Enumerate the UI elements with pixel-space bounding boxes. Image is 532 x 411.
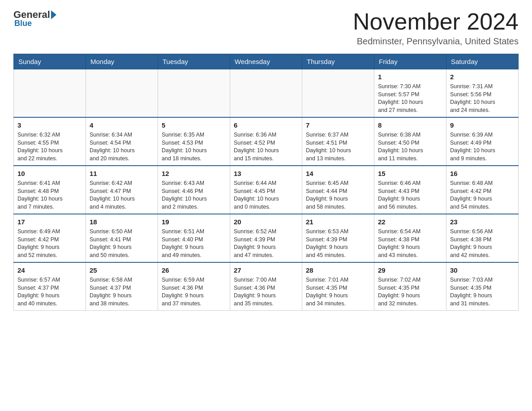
day-number: 26 <box>162 265 226 275</box>
day-number: 15 <box>378 169 442 178</box>
day-info: Sunrise: 6:43 AM Sunset: 4:46 PM Dayligh… <box>162 180 226 211</box>
calendar-cell: 13Sunrise: 6:44 AM Sunset: 4:45 PM Dayli… <box>230 166 302 214</box>
day-number: 2 <box>450 72 515 81</box>
day-info: Sunrise: 6:42 AM Sunset: 4:47 PM Dayligh… <box>90 180 154 211</box>
day-info: Sunrise: 7:01 AM Sunset: 4:35 PM Dayligh… <box>306 276 370 308</box>
logo: General Blue <box>13 9 57 28</box>
weekday-header-sunday: Sunday <box>14 54 86 69</box>
calendar-table: SundayMondayTuesdayWednesdayThursdayFrid… <box>13 54 519 311</box>
day-number: 16 <box>450 169 515 178</box>
calendar-cell: 10Sunrise: 6:41 AM Sunset: 4:48 PM Dayli… <box>14 166 86 214</box>
day-info: Sunrise: 6:51 AM Sunset: 4:40 PM Dayligh… <box>162 228 226 259</box>
calendar-cell: 22Sunrise: 6:54 AM Sunset: 4:38 PM Dayli… <box>374 214 446 262</box>
calendar-week-3: 10Sunrise: 6:41 AM Sunset: 4:48 PM Dayli… <box>14 166 519 214</box>
day-number: 5 <box>162 120 226 130</box>
calendar-cell: 27Sunrise: 7:00 AM Sunset: 4:36 PM Dayli… <box>230 262 302 311</box>
day-info: Sunrise: 6:38 AM Sunset: 4:50 PM Dayligh… <box>378 131 442 163</box>
calendar-cell: 19Sunrise: 6:51 AM Sunset: 4:40 PM Dayli… <box>158 214 230 262</box>
day-info: Sunrise: 7:30 AM Sunset: 5:57 PM Dayligh… <box>378 83 442 114</box>
day-info: Sunrise: 6:52 AM Sunset: 4:39 PM Dayligh… <box>234 228 298 259</box>
day-info: Sunrise: 6:59 AM Sunset: 4:36 PM Dayligh… <box>162 276 226 308</box>
weekday-header-tuesday: Tuesday <box>158 54 230 69</box>
calendar-month-year: November 2024 <box>353 9 519 34</box>
calendar-week-1: 1Sunrise: 7:30 AM Sunset: 5:57 PM Daylig… <box>14 69 519 118</box>
calendar-header-row: SundayMondayTuesdayWednesdayThursdayFrid… <box>14 54 519 69</box>
calendar-week-5: 24Sunrise: 6:57 AM Sunset: 4:37 PM Dayli… <box>14 262 519 311</box>
calendar-cell: 2Sunrise: 7:31 AM Sunset: 5:56 PM Daylig… <box>446 69 519 118</box>
page-header: General Blue November 2024 Bedminster, P… <box>13 9 519 47</box>
day-info: Sunrise: 6:37 AM Sunset: 4:51 PM Dayligh… <box>306 131 370 163</box>
day-info: Sunrise: 7:31 AM Sunset: 5:56 PM Dayligh… <box>450 83 515 114</box>
day-number: 11 <box>90 169 154 178</box>
day-number: 22 <box>378 217 442 227</box>
calendar-week-2: 3Sunrise: 6:32 AM Sunset: 4:55 PM Daylig… <box>14 117 519 166</box>
day-number: 8 <box>378 120 442 130</box>
calendar-cell: 28Sunrise: 7:01 AM Sunset: 4:35 PM Dayli… <box>302 262 374 311</box>
calendar-cell: 8Sunrise: 6:38 AM Sunset: 4:50 PM Daylig… <box>374 117 446 166</box>
day-info: Sunrise: 6:54 AM Sunset: 4:38 PM Dayligh… <box>378 228 442 259</box>
calendar-cell <box>302 69 374 118</box>
day-number: 29 <box>378 265 442 275</box>
calendar-cell: 23Sunrise: 6:56 AM Sunset: 4:38 PM Dayli… <box>446 214 519 262</box>
day-info: Sunrise: 6:44 AM Sunset: 4:45 PM Dayligh… <box>234 180 298 211</box>
day-number: 7 <box>306 120 370 130</box>
calendar-cell: 11Sunrise: 6:42 AM Sunset: 4:47 PM Dayli… <box>86 166 158 214</box>
weekday-header-saturday: Saturday <box>446 54 519 69</box>
calendar-cell: 7Sunrise: 6:37 AM Sunset: 4:51 PM Daylig… <box>302 117 374 166</box>
day-number: 20 <box>234 217 298 227</box>
day-number: 1 <box>378 72 442 81</box>
day-number: 3 <box>17 120 82 130</box>
day-number: 12 <box>162 169 226 178</box>
day-info: Sunrise: 6:50 AM Sunset: 4:41 PM Dayligh… <box>90 228 154 259</box>
day-info: Sunrise: 6:58 AM Sunset: 4:37 PM Dayligh… <box>90 276 154 308</box>
calendar-cell: 3Sunrise: 6:32 AM Sunset: 4:55 PM Daylig… <box>14 117 86 166</box>
day-number: 30 <box>450 265 515 275</box>
day-info: Sunrise: 6:34 AM Sunset: 4:54 PM Dayligh… <box>90 131 154 163</box>
day-number: 4 <box>90 120 154 130</box>
day-number: 27 <box>234 265 298 275</box>
calendar-cell: 4Sunrise: 6:34 AM Sunset: 4:54 PM Daylig… <box>86 117 158 166</box>
calendar-cell: 18Sunrise: 6:50 AM Sunset: 4:41 PM Dayli… <box>86 214 158 262</box>
day-info: Sunrise: 6:35 AM Sunset: 4:53 PM Dayligh… <box>162 131 226 163</box>
calendar-cell: 26Sunrise: 6:59 AM Sunset: 4:36 PM Dayli… <box>158 262 230 311</box>
day-info: Sunrise: 7:02 AM Sunset: 4:35 PM Dayligh… <box>378 276 442 308</box>
calendar-cell: 14Sunrise: 6:45 AM Sunset: 4:44 PM Dayli… <box>302 166 374 214</box>
day-info: Sunrise: 6:36 AM Sunset: 4:52 PM Dayligh… <box>234 131 298 163</box>
calendar-cell: 24Sunrise: 6:57 AM Sunset: 4:37 PM Dayli… <box>14 262 86 311</box>
day-info: Sunrise: 6:56 AM Sunset: 4:38 PM Dayligh… <box>450 228 515 259</box>
weekday-header-thursday: Thursday <box>302 54 374 69</box>
day-number: 25 <box>90 265 154 275</box>
day-number: 13 <box>234 169 298 178</box>
logo-arrow-icon <box>51 10 56 19</box>
day-number: 18 <box>90 217 154 227</box>
calendar-cell: 29Sunrise: 7:02 AM Sunset: 4:35 PM Dayli… <box>374 262 446 311</box>
day-number: 28 <box>306 265 370 275</box>
calendar-cell: 5Sunrise: 6:35 AM Sunset: 4:53 PM Daylig… <box>158 117 230 166</box>
day-number: 14 <box>306 169 370 178</box>
calendar-cell: 25Sunrise: 6:58 AM Sunset: 4:37 PM Dayli… <box>86 262 158 311</box>
day-info: Sunrise: 6:57 AM Sunset: 4:37 PM Dayligh… <box>17 276 82 308</box>
day-number: 10 <box>17 169 82 178</box>
calendar-cell: 16Sunrise: 6:48 AM Sunset: 4:42 PM Dayli… <box>446 166 519 214</box>
weekday-header-friday: Friday <box>374 54 446 69</box>
day-info: Sunrise: 6:48 AM Sunset: 4:42 PM Dayligh… <box>450 180 515 211</box>
calendar-title-area: November 2024 Bedminster, Pennsylvania, … <box>353 9 519 47</box>
calendar-cell <box>230 69 302 118</box>
day-info: Sunrise: 6:45 AM Sunset: 4:44 PM Dayligh… <box>306 180 370 211</box>
day-number: 6 <box>234 120 298 130</box>
day-info: Sunrise: 6:46 AM Sunset: 4:43 PM Dayligh… <box>378 180 442 211</box>
calendar-cell: 20Sunrise: 6:52 AM Sunset: 4:39 PM Dayli… <box>230 214 302 262</box>
day-info: Sunrise: 7:00 AM Sunset: 4:36 PM Dayligh… <box>234 276 298 308</box>
calendar-cell: 9Sunrise: 6:39 AM Sunset: 4:49 PM Daylig… <box>446 117 519 166</box>
day-number: 23 <box>450 217 515 227</box>
weekday-header-wednesday: Wednesday <box>230 54 302 69</box>
calendar-cell: 17Sunrise: 6:49 AM Sunset: 4:42 PM Dayli… <box>14 214 86 262</box>
day-info: Sunrise: 6:39 AM Sunset: 4:49 PM Dayligh… <box>450 131 515 163</box>
day-number: 9 <box>450 120 515 130</box>
calendar-week-4: 17Sunrise: 6:49 AM Sunset: 4:42 PM Dayli… <box>14 214 519 262</box>
day-number: 17 <box>17 217 82 227</box>
calendar-location: Bedminster, Pennsylvania, United States <box>353 36 519 47</box>
calendar-cell: 12Sunrise: 6:43 AM Sunset: 4:46 PM Dayli… <box>158 166 230 214</box>
calendar-cell <box>14 69 86 118</box>
day-number: 24 <box>17 265 82 275</box>
